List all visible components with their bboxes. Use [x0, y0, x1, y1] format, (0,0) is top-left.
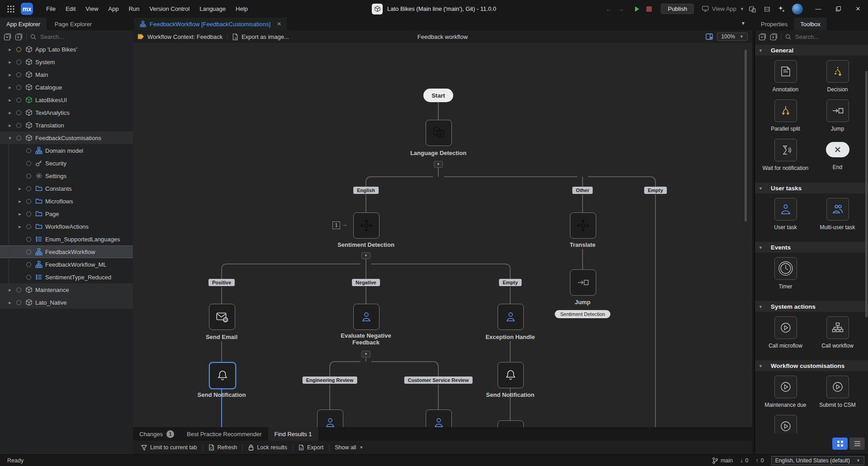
- publish-button[interactable]: Publish: [661, 4, 694, 14]
- close-tab-icon[interactable]: ✕: [277, 21, 281, 27]
- node-engineering-review-task[interactable]: [317, 410, 343, 427]
- tree-item-maintenance[interactable]: ▸Maintenance: [0, 283, 133, 296]
- tree-item-latobikesui[interactable]: ▸LatoBikesUI: [0, 94, 133, 106]
- jump-target-badge[interactable]: Sentiment Detection: [555, 310, 610, 318]
- document-tab[interactable]: FeedbackWorkflow [FeedbackCustomisations…: [134, 18, 287, 30]
- menu-help[interactable]: Help: [231, 4, 253, 14]
- tree-item-workflowactions[interactable]: ▸WorkflowActions: [0, 220, 133, 233]
- panel-tab-properties[interactable]: Properties: [754, 18, 794, 30]
- nav-back-icon[interactable]: ←: [603, 3, 615, 15]
- chevron-down-icon[interactable]: ▾: [6, 135, 14, 141]
- tree-item-main[interactable]: ▸Main: [0, 68, 133, 81]
- bottom-action-export[interactable]: Export: [293, 444, 329, 451]
- chevron-right-icon[interactable]: ▸: [6, 47, 14, 52]
- tree-item-lato-native[interactable]: ▸Lato_Native: [0, 296, 133, 309]
- sidebar-search[interactable]: [30, 33, 129, 41]
- chevron-right-icon[interactable]: ▸: [16, 224, 24, 230]
- tree-item-constants[interactable]: ▸Constants: [0, 182, 133, 195]
- chevron-right-icon[interactable]: ▸: [6, 72, 14, 78]
- tree-item-settings[interactable]: Settings: [0, 169, 133, 182]
- collapse-all-icon[interactable]: [759, 33, 766, 41]
- expand-to-selection-icon[interactable]: [15, 33, 23, 41]
- layout-toggle-icon[interactable]: [706, 33, 713, 40]
- node-evaluate-negative-feedback[interactable]: [353, 304, 379, 330]
- tree-item-app-lato-bikes-[interactable]: ▸App 'Lato Bikes': [0, 43, 133, 56]
- outgoing-commits[interactable]: ↑0: [755, 457, 764, 464]
- tree-item-page[interactable]: ▸Page: [0, 207, 133, 220]
- language-selector[interactable]: English, United States (default) ▼: [771, 456, 864, 465]
- collapse-toggle[interactable]: ▼: [361, 252, 370, 259]
- node-customer-service-review-task[interactable]: [426, 410, 452, 427]
- node-send-email[interactable]: @: [209, 304, 235, 330]
- view-app-button[interactable]: View App: [698, 4, 740, 14]
- sidebar-tab-app-explorer[interactable]: App Explorer: [0, 18, 47, 30]
- branch-badge[interactable]: Negative: [352, 279, 380, 286]
- branch-badge[interactable]: Empty: [644, 187, 667, 194]
- tree-item-domain-model[interactable]: Domain model: [0, 144, 133, 157]
- tree-item-textanalytics[interactable]: ▸TextAnalytics: [0, 106, 133, 119]
- menu-edit[interactable]: Edit: [61, 4, 81, 14]
- workflow-context-button[interactable]: Workflow Context: Feedback: [133, 33, 227, 40]
- toolbox-item-wait-for-notification[interactable]: Wait for notification: [759, 139, 811, 172]
- minimize-button[interactable]: —: [808, 0, 828, 18]
- app-launcher-icon[interactable]: [6, 5, 15, 14]
- toolbox-item-annotation[interactable]: Annotation: [759, 60, 811, 93]
- toolbox-section-general[interactable]: ▾General: [755, 45, 868, 56]
- menu-view[interactable]: View: [81, 4, 103, 14]
- menu-language[interactable]: Language: [194, 4, 231, 14]
- zoom-control[interactable]: 100% ▼: [717, 33, 748, 41]
- bottom-action-refresh[interactable]: Refresh: [203, 444, 243, 451]
- tab-list-dropdown-icon[interactable]: ▼: [741, 21, 745, 26]
- collapse-all-icon[interactable]: [4, 33, 11, 41]
- run-app-button[interactable]: [631, 3, 643, 15]
- toolbox-scrollbar[interactable]: [865, 71, 868, 317]
- chevron-right-icon[interactable]: ▸: [16, 198, 24, 204]
- node-jump[interactable]: [570, 269, 596, 296]
- toolbox-item-user-task[interactable]: User task: [759, 198, 811, 231]
- canvas-vertical-scrollbar[interactable]: [745, 50, 747, 221]
- view-app-caret-icon[interactable]: ▼: [740, 7, 744, 11]
- tree-item-feedbackworkflow[interactable]: FeedbackWorkflow: [0, 245, 133, 258]
- git-branch-indicator[interactable]: main: [712, 457, 733, 464]
- bottom-action-limit-to-current-tab[interactable]: Limit to current tab: [136, 444, 203, 451]
- collapse-toggle[interactable]: ▼: [361, 351, 370, 358]
- sidebar-search-input[interactable]: [39, 33, 104, 41]
- node-sentiment-detection[interactable]: [353, 212, 379, 239]
- sidebar-tab-page-explorer[interactable]: Page Explorer: [48, 18, 98, 30]
- chevron-right-icon[interactable]: ▸: [6, 59, 14, 65]
- toolbox-section-workflow-customisations[interactable]: ▾Workflow customisations: [755, 360, 868, 371]
- node-send-notification-2[interactable]: [498, 362, 524, 388]
- toolbox-item-decision[interactable]: Decision: [811, 60, 863, 93]
- toolbox-item-parallel-split[interactable]: Parallel split: [759, 99, 811, 132]
- stop-app-button[interactable]: [646, 6, 652, 12]
- toolbox-section-user-tasks[interactable]: ▾User tasks: [755, 183, 868, 193]
- toolbox-item-end[interactable]: End: [811, 139, 863, 172]
- branch-badge[interactable]: Positive: [209, 279, 235, 286]
- tree-item-sentimenttype-reduced[interactable]: SentimentType_Reduced: [0, 271, 133, 283]
- node-language-detection[interactable]: A 文: [426, 120, 452, 146]
- toolbox-section-system-actions[interactable]: ▾System actions: [755, 301, 868, 312]
- user-avatar[interactable]: [792, 4, 803, 14]
- chevron-right-icon[interactable]: ▸: [6, 85, 14, 90]
- toolbox-item-timer[interactable]: Timer: [759, 257, 811, 290]
- node-send-notification-1[interactable]: [209, 362, 236, 389]
- list-view-toggle[interactable]: [849, 438, 865, 450]
- toolbox-item-call-workflow[interactable]: Call workflow: [811, 316, 863, 349]
- close-button[interactable]: ✕: [848, 0, 868, 18]
- chevron-right-icon[interactable]: ▸: [6, 110, 14, 116]
- toolbox-item-jump[interactable]: Jump: [811, 99, 863, 132]
- tree-item-feedbackworkflow-ml[interactable]: FeedbackWorkflow_ML: [0, 258, 133, 271]
- bottom-tab-find-results-1[interactable]: Find Results 1: [268, 427, 318, 441]
- bottom-tab-best-practice-recommender[interactable]: Best Practice Recommender: [180, 427, 268, 441]
- export-image-button[interactable]: Export as image...: [228, 33, 294, 40]
- chevron-right-icon[interactable]: ▸: [16, 211, 24, 217]
- bottom-action-lock-results[interactable]: Lock results: [243, 444, 293, 451]
- workflow-canvas[interactable]: Start A 文 Language Detection ▼ English O…: [133, 43, 752, 427]
- toolbox-search-input[interactable]: [794, 33, 859, 41]
- tree-item-microflows[interactable]: ▸Microflows: [0, 195, 133, 207]
- toolbox-section-events[interactable]: ▾Events: [755, 242, 868, 253]
- expand-all-icon[interactable]: [770, 33, 778, 41]
- branch-badge[interactable]: Other: [572, 187, 593, 194]
- tree-item-catalogue[interactable]: ▸Catalogue: [0, 81, 133, 94]
- marketplace-icon[interactable]: [761, 3, 773, 15]
